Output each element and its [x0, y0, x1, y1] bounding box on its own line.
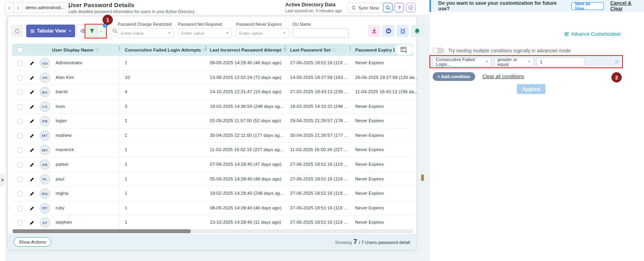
failed-login-attempts: 1 [125, 177, 127, 181]
column-menu-icon[interactable]: ⋮ [117, 46, 122, 50]
domain-selector[interactable]: ‹ › demo.admindroid... ▼ [5, 2, 74, 13]
filter-button[interactable]: ˅ 1 [86, 25, 106, 37]
password-expiry-date: 26-06-2025 18:27:58 (120 da... [355, 75, 418, 80]
global-search-button[interactable] [383, 3, 393, 12]
filter-field-password-not-required: Password Not Required Enter value ▼ [178, 22, 232, 38]
password-expiry-date: Never Expires [355, 177, 384, 181]
edit-icon[interactable] [29, 147, 35, 154]
horizontal-scrollbar[interactable] [12, 229, 413, 233]
clear-all-conditions-link[interactable]: Clear all conditions [482, 74, 524, 79]
password-expiry-date: Never Expires [355, 205, 384, 210]
alerts-button[interactable] [411, 25, 423, 37]
column-settings-button[interactable] [395, 44, 413, 55]
sidebar-expand-handle[interactable] [0, 173, 5, 187]
edit-icon[interactable] [29, 89, 35, 96]
refresh-button[interactable] [11, 25, 23, 37]
ou-name-input[interactable] [292, 28, 349, 38]
row-checkbox[interactable] [17, 162, 23, 167]
condition-value-input[interactable] [537, 57, 584, 67]
failed-login-attempts: 10 [125, 75, 130, 80]
sync-now-button[interactable]: Sync Now [347, 3, 383, 13]
last-incorrect-password-attempt: 30-04-2025 22:11:00 (177 days ag... [210, 133, 283, 138]
forward-arrow-icon[interactable]: › [14, 3, 23, 12]
row-checkbox[interactable] [17, 104, 23, 109]
advanced-mode-label: Try nesting multiple conditions logicall… [448, 48, 571, 54]
advanced-mode-toggle[interactable] [433, 48, 445, 54]
failed-login-attempts: 1 [125, 220, 127, 225]
filter-field-password-never-expires: Password Never Expires Enter value ▼ [236, 22, 289, 38]
column-header-last-set[interactable]: Last Password Setⓘ [290, 44, 336, 56]
column-header-failed-attempts[interactable]: Consecutive Failed Login Attemptsⓘ [125, 44, 207, 56]
back-arrow-icon[interactable]: ‹ [5, 3, 14, 12]
row-checkbox[interactable] [17, 119, 23, 124]
edit-icon[interactable] [29, 220, 35, 227]
applied-button[interactable]: Applied [517, 84, 545, 94]
column-menu-icon[interactable]: ⋮ [203, 46, 208, 50]
last-incorrect-password-attempt: 18-02-2025 14:28:40 (248 days ag... [210, 191, 284, 196]
advance-customization-link[interactable]: Advance Customization [564, 31, 621, 37]
save-question-text: Do you want to save your customization f… [438, 0, 567, 12]
edit-icon[interactable] [29, 133, 35, 140]
edit-icon[interactable] [29, 191, 35, 198]
save-as-view-button[interactable]: Save as View [571, 2, 604, 10]
panel-resize-handle[interactable] [421, 175, 424, 181]
show-actions-button[interactable]: Show Actions [14, 237, 51, 247]
row-checkbox[interactable] [17, 220, 23, 225]
last-password-set: 27-06-2025 18:51:16 (119 ... [290, 60, 348, 65]
edit-icon[interactable] [29, 205, 35, 213]
password-never-expires-select[interactable]: Enter value ▼ [236, 28, 289, 38]
edit-icon[interactable] [29, 60, 35, 67]
add-condition-button[interactable]: + Add condition [433, 72, 475, 81]
last-incorrect-password-attempt: 11-03-2025 16:02:15 (227 days ag... [210, 147, 283, 152]
row-checkbox[interactable] [17, 177, 23, 182]
table-row: PL paul 1 05-09-2025 14:28:40 (48 days a… [12, 172, 413, 187]
row-checkbox[interactable] [17, 191, 23, 196]
last-incorrect-password-attempt: 02-09-2025 11:57:00 (52 days ago) [210, 118, 281, 123]
edit-icon[interactable] [29, 162, 35, 169]
export-button[interactable] [368, 25, 380, 37]
row-checkbox[interactable] [17, 133, 23, 138]
password-expiry-date: Never Expires [355, 60, 384, 65]
advance-customization-label: Advance Customization [571, 31, 621, 37]
email-report-button[interactable] [382, 25, 395, 37]
scrollbar-thumb[interactable] [13, 229, 191, 233]
row-checkbox[interactable] [17, 61, 23, 66]
remove-condition-icon[interactable]: ✕ [614, 59, 620, 65]
column-menu-icon[interactable]: ⋮ [348, 46, 353, 50]
column-menu-icon[interactable]: ⋮ [283, 46, 288, 50]
showing-count: 7 [353, 238, 357, 246]
row-checkbox[interactable] [17, 206, 23, 211]
filter-highlight-box: ˅ 1 [85, 24, 107, 38]
filter-toggle[interactable] [86, 25, 97, 37]
user-display-name: louis [56, 104, 65, 109]
edit-icon[interactable] [29, 104, 35, 111]
condition-field-select[interactable]: Consecutive Failed Login... ▼ [433, 57, 491, 67]
schedule-button[interactable] [396, 25, 409, 37]
column-header-user-display-name[interactable]: User Display Nameⓘ [36, 44, 115, 56]
edit-icon[interactable] [29, 75, 35, 82]
table-row: MT mathew 1 30-04-2025 22:11:00 (177 day… [12, 129, 413, 143]
avatar: AK [40, 73, 50, 83]
history-button[interactable] [406, 3, 416, 12]
row-checkbox[interactable] [17, 75, 23, 81]
edit-icon[interactable] [29, 118, 35, 125]
condition-field-value: Consecutive Failed Login... [436, 57, 483, 67]
sliders-icon [564, 32, 569, 36]
condition-operator-select[interactable]: greater or equal ▼ [494, 57, 534, 67]
last-synced-text: Last synced on: 4 minutes ago [285, 8, 342, 13]
edit-icon[interactable] [29, 177, 35, 184]
page-title-block: User Password Details Lists detailed pas… [68, 2, 195, 14]
password-change-restricted-select[interactable]: Enter value ▼ [118, 28, 174, 38]
password-not-required-select[interactable]: Enter value ▼ [178, 28, 232, 38]
last-incorrect-password-attempt: 13-08-2025 12:52:24 (72 days ago) [210, 75, 281, 80]
download-icon [371, 28, 377, 34]
column-header-last-incorrect[interactable]: Last Incorrect Password Attemptⓘ [210, 44, 287, 56]
cancel-clear-link[interactable]: Cancel & Clear [610, 0, 644, 12]
avatar: LS [40, 102, 50, 112]
row-checkbox[interactable] [17, 148, 23, 153]
view-selector-button[interactable]: ⊞ Tabular View ˅ [26, 25, 75, 37]
row-checkbox[interactable] [17, 90, 23, 95]
last-password-set: 27-06-2025 18:51:16 (119 ... [290, 205, 348, 210]
help-button[interactable]: ? [395, 3, 404, 12]
select-all-checkbox[interactable] [17, 48, 23, 53]
